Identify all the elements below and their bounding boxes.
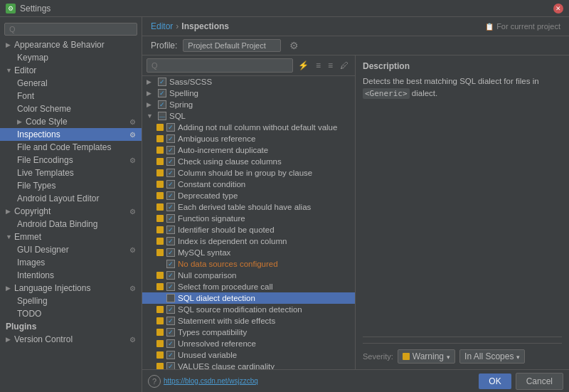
sidebar-item-file-encodings[interactable]: File Encodings ⚙: [0, 154, 142, 166]
item-checkbox[interactable]: [166, 282, 175, 291]
group-checkbox[interactable]: [158, 78, 166, 86]
group-sql[interactable]: SQL: [142, 110, 355, 122]
inspections-search-input[interactable]: [147, 58, 293, 73]
ok-button[interactable]: OK: [479, 374, 511, 389]
close-button[interactable]: ✕: [553, 4, 563, 14]
collapse-all-button[interactable]: ≡: [326, 59, 335, 72]
search-row-sidebar[interactable]: [0, 20, 142, 38]
expand-all-button[interactable]: ≡: [314, 59, 323, 72]
sidebar-item-version-control[interactable]: Version Control ⚙: [0, 333, 142, 346]
sidebar-item-live-templates[interactable]: Live Templates: [0, 166, 142, 179]
group-sass[interactable]: Sass/SCSS: [142, 76, 355, 88]
sidebar-item-copyright[interactable]: Copyright ⚙: [0, 205, 142, 218]
inspection-deprecated-type[interactable]: Deprecated type: [142, 190, 355, 201]
inspection-no-data-sources[interactable]: No data sources configured: [142, 258, 355, 270]
sidebar-item-todo[interactable]: TODO: [0, 307, 142, 320]
scope-dropdown[interactable]: In All Scopes: [459, 349, 525, 364]
group-spring[interactable]: Spring: [142, 99, 355, 110]
severity-label: Severity:: [363, 352, 393, 361]
inspection-types-compat[interactable]: Types compatibility: [142, 327, 355, 338]
item-checkbox[interactable]: [166, 146, 175, 154]
sidebar-item-editor[interactable]: Editor: [0, 64, 142, 77]
item-checkbox[interactable]: [166, 214, 175, 223]
sidebar-item-intentions[interactable]: Intentions: [0, 269, 142, 282]
sidebar-item-label: Version Control: [14, 334, 73, 344]
sidebar-item-label: Intentions: [17, 270, 54, 280]
sidebar-item-font[interactable]: Font: [0, 90, 142, 102]
sidebar-item-language-injections[interactable]: Language Injections ⚙: [0, 282, 142, 295]
sidebar-item-android-layout[interactable]: Android Layout Editor: [0, 192, 142, 205]
item-checkbox[interactable]: [166, 203, 175, 211]
item-checkbox[interactable]: [166, 305, 175, 314]
footer-link[interactable]: https://blog.csdn.net/wsjzzcbq: [164, 377, 258, 385]
sidebar-item-code-style[interactable]: Code Style ⚙: [0, 115, 142, 128]
item-checkbox[interactable]: [166, 169, 175, 177]
inspection-unresolved[interactable]: Unresolved reference: [142, 338, 355, 349]
sidebar-item-file-types[interactable]: File Types: [0, 179, 142, 192]
sidebar-item-appearance[interactable]: Appearance & Behavior: [0, 38, 142, 51]
group-checkbox[interactable]: [158, 112, 166, 120]
filter-button[interactable]: ⚡: [296, 59, 311, 72]
inspection-identifier[interactable]: Identifier should be quoted: [142, 224, 355, 235]
profile-select[interactable]: Project Default Project: [183, 39, 281, 52]
inspection-function-sig[interactable]: Function signature: [142, 213, 355, 224]
severity-dropdown[interactable]: Warning: [398, 349, 455, 364]
sidebar-item-android-data-binding[interactable]: Android Data Binding: [0, 218, 142, 231]
item-checkbox[interactable]: [166, 226, 175, 234]
sidebar-item-plugins[interactable]: Plugins: [0, 320, 142, 333]
group-spelling[interactable]: Spelling: [142, 88, 355, 99]
item-checkbox[interactable]: [166, 339, 175, 348]
item-checkbox[interactable]: [166, 362, 175, 369]
sidebar-search-input[interactable]: [4, 23, 137, 36]
inspection-mysql-syntax[interactable]: MySQL syntax: [142, 247, 355, 258]
sidebar-item-spelling[interactable]: Spelling: [0, 295, 142, 307]
sidebar-item-inspections[interactable]: Inspections ⚙: [0, 128, 142, 141]
sidebar-item-emmet[interactable]: Emmet: [0, 231, 142, 243]
item-checkbox[interactable]: [166, 191, 175, 200]
inspection-sql-source-mod[interactable]: SQL source modification detection: [142, 304, 355, 315]
inspection-select-proc[interactable]: Select from procedure call: [142, 281, 355, 292]
item-checkbox[interactable]: [166, 157, 175, 166]
inspection-unused-var[interactable]: Unused variable: [142, 349, 355, 361]
item-checkbox[interactable]: [166, 294, 175, 302]
item-checkbox[interactable]: [166, 134, 175, 143]
item-label: Types compatibility: [178, 328, 247, 337]
sidebar-item-file-code-templates[interactable]: File and Code Templates: [0, 141, 142, 154]
group-checkbox[interactable]: [158, 89, 166, 97]
cancel-button[interactable]: Cancel: [516, 373, 563, 390]
item-checkbox[interactable]: [166, 271, 175, 280]
for-current-project-tab[interactable]: 📋 For current project: [485, 22, 560, 31]
item-checkbox[interactable]: [166, 237, 175, 245]
item-checkbox[interactable]: [166, 260, 175, 268]
inspection-auto-increment[interactable]: Auto-increment duplicate: [142, 144, 355, 156]
inspection-ambiguous-ref[interactable]: Ambiguous reference: [142, 133, 355, 144]
item-checkbox[interactable]: [166, 351, 175, 359]
group-checkbox[interactable]: [158, 100, 166, 109]
inspection-adding-not-null[interactable]: Adding not null column without default v…: [142, 122, 355, 133]
item-checkbox[interactable]: [166, 317, 175, 325]
severity-select-arrow: [447, 351, 450, 361]
sidebar-item-general[interactable]: General: [0, 77, 142, 90]
inspection-derived-table[interactable]: Each derived table should have alias: [142, 201, 355, 213]
item-checkbox[interactable]: [166, 180, 175, 189]
inspection-index-dependent[interactable]: Index is dependent on column: [142, 235, 355, 247]
sidebar-item-images[interactable]: Images: [0, 256, 142, 269]
item-checkbox[interactable]: [166, 328, 175, 337]
inspection-constant[interactable]: Constant condition: [142, 179, 355, 190]
item-checkbox[interactable]: [166, 248, 175, 257]
inspection-column-group-by[interactable]: Column should be in group by clause: [142, 167, 355, 179]
profile-gear-icon[interactable]: ⚙: [289, 40, 299, 51]
help-button[interactable]: ?: [148, 375, 161, 388]
inspection-sql-dialect[interactable]: SQL dialect detection: [142, 292, 355, 304]
sidebar-item-keymap[interactable]: Keymap: [0, 51, 142, 64]
inspection-check-clause[interactable]: Check using clause columns: [142, 156, 355, 167]
item-checkbox[interactable]: [166, 123, 175, 132]
inspection-null-comparison[interactable]: Null comparison: [142, 270, 355, 281]
sidebar-item-color-scheme[interactable]: Color Scheme: [0, 102, 142, 115]
breadcrumb-parent[interactable]: Editor: [151, 21, 173, 31]
inspection-values-clause[interactable]: VALUES clause cardinality: [142, 361, 355, 369]
sidebar-item-gui-designer[interactable]: GUI Designer ⚙: [0, 243, 142, 256]
description-title: Description: [363, 61, 562, 71]
inspection-statement-side[interactable]: Statement with side effects: [142, 315, 355, 327]
settings-button[interactable]: 🖊: [338, 59, 351, 72]
